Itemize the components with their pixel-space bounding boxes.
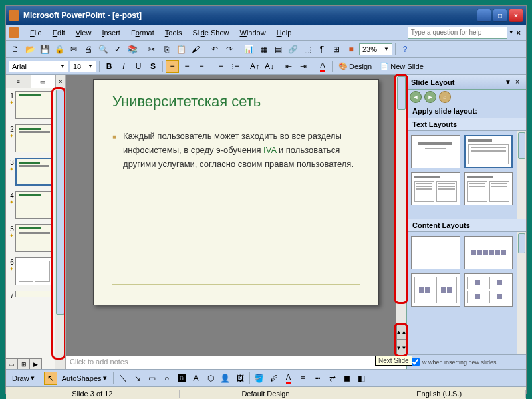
hyperlink-icon[interactable]: 🔗 bbox=[286, 43, 299, 56]
undo-icon[interactable]: ↶ bbox=[208, 43, 221, 56]
font-combo[interactable]: Arial▼ bbox=[9, 61, 68, 72]
increase-indent-icon[interactable]: ⇥ bbox=[297, 60, 310, 73]
layout-title-only[interactable] bbox=[411, 135, 460, 168]
font-size-combo[interactable]: 18▼ bbox=[70, 61, 96, 72]
print-icon[interactable]: 🖨 bbox=[82, 43, 95, 56]
table-icon[interactable]: ▦ bbox=[257, 43, 270, 56]
shadow-style-icon[interactable]: ◼ bbox=[340, 372, 354, 385]
dash-style-icon[interactable]: ┅ bbox=[311, 372, 325, 385]
shadow-icon[interactable]: S bbox=[146, 60, 160, 73]
thumbnail-4[interactable]: 4✦ bbox=[7, 191, 53, 219]
cut-icon[interactable]: ✂ bbox=[145, 43, 158, 56]
arrow-style-icon[interactable]: ⇄ bbox=[326, 372, 339, 385]
textbox-icon[interactable]: 🅰 bbox=[175, 372, 188, 385]
italic-icon[interactable]: I bbox=[117, 60, 130, 73]
thumbnail-3[interactable]: 3✦ bbox=[7, 158, 53, 186]
3d-style-icon[interactable]: ◧ bbox=[355, 372, 368, 385]
line-style-icon[interactable]: ≡ bbox=[297, 372, 310, 385]
notes-input[interactable]: Click to add notes bbox=[66, 356, 406, 369]
arrow-icon[interactable]: ↘ bbox=[131, 372, 144, 385]
decrease-indent-icon[interactable]: ⇤ bbox=[282, 60, 295, 73]
picture-icon[interactable]: 🖼 bbox=[233, 372, 247, 385]
slide-canvas[interactable]: Университетская сеть Каждый пользователь… bbox=[93, 79, 379, 305]
thumbnail-list[interactable]: 1✦ 2✦ 3✦ 4✦ 5✦ 6✦ 7 bbox=[6, 88, 55, 369]
font-color-icon[interactable]: A bbox=[316, 60, 329, 73]
menu-window[interactable]: Window bbox=[235, 27, 271, 38]
doc-close-button[interactable]: × bbox=[517, 29, 521, 37]
select-icon[interactable]: ↖ bbox=[44, 372, 57, 385]
layout-scrollbar[interactable] bbox=[517, 131, 526, 219]
help-icon[interactable]: ? bbox=[398, 43, 412, 56]
close-button[interactable]: × bbox=[509, 9, 523, 22]
save-icon[interactable]: 💾 bbox=[38, 43, 51, 56]
layout-two-col-text[interactable] bbox=[411, 172, 460, 205]
paste-icon[interactable]: 📋 bbox=[174, 43, 188, 56]
diagram-icon[interactable]: ⬡ bbox=[204, 372, 217, 385]
help-search-input[interactable] bbox=[408, 27, 507, 39]
zoom-combo[interactable]: 23%▼ bbox=[359, 43, 392, 55]
slideshow-view-icon[interactable]: ▶ bbox=[30, 359, 42, 369]
sorter-view-icon[interactable]: ⊞ bbox=[18, 359, 30, 369]
layout-blank[interactable] bbox=[411, 236, 460, 269]
line-icon[interactable]: ＼ bbox=[116, 372, 130, 385]
wordart-icon[interactable]: A bbox=[190, 372, 203, 385]
decrease-font-icon[interactable]: A↓ bbox=[263, 60, 276, 73]
bullets-icon[interactable]: ⁝≡ bbox=[229, 60, 242, 73]
preview-icon[interactable]: 🔍 bbox=[96, 43, 110, 56]
spelling-icon[interactable]: ✓ bbox=[111, 43, 124, 56]
line-color-icon[interactable]: 🖊 bbox=[267, 372, 281, 385]
menu-insert[interactable]: Insert bbox=[96, 27, 126, 38]
open-icon[interactable]: 📂 bbox=[23, 43, 37, 56]
content-layout-scrollbar[interactable] bbox=[517, 232, 526, 354]
maximize-button[interactable]: □ bbox=[493, 9, 507, 22]
show-formatting-icon[interactable]: ¶ bbox=[315, 43, 329, 56]
thumbnail-7[interactable]: 7 bbox=[7, 291, 53, 299]
oval-icon[interactable]: ○ bbox=[160, 372, 174, 385]
grid-icon[interactable]: ⊞ bbox=[330, 43, 343, 56]
task-home-icon[interactable]: ⌂ bbox=[439, 91, 451, 103]
menu-slideshow[interactable]: Slide Show bbox=[187, 27, 234, 38]
layout-two-content[interactable] bbox=[411, 273, 460, 307]
layout-two-col-bullets[interactable] bbox=[464, 172, 513, 205]
color-icon[interactable]: ■ bbox=[344, 43, 358, 56]
new-icon[interactable]: 🗋 bbox=[9, 43, 22, 56]
new-slide-button[interactable]: 📄New Slide bbox=[376, 60, 427, 73]
fill-color-icon[interactable]: 🪣 bbox=[253, 372, 266, 385]
layout-four-content[interactable] bbox=[464, 273, 513, 307]
minimize-button[interactable]: _ bbox=[477, 9, 491, 22]
task-back-icon[interactable]: ◄ bbox=[410, 91, 422, 103]
align-right-icon[interactable]: ≡ bbox=[195, 60, 208, 73]
thumbnail-6[interactable]: 6✦ bbox=[7, 257, 53, 285]
normal-view-icon[interactable]: ▭ bbox=[6, 359, 18, 369]
align-center-icon[interactable]: ≡ bbox=[180, 60, 194, 73]
thumbnail-2[interactable]: 2✦ bbox=[7, 124, 53, 152]
slide-link-iva[interactable]: IVA bbox=[263, 145, 276, 155]
draw-menu[interactable]: Draw ▾ bbox=[9, 372, 38, 385]
menu-help[interactable]: Help bbox=[271, 27, 297, 38]
tab-slides[interactable]: ▭ bbox=[31, 75, 57, 88]
prev-slide-button[interactable]: ▲▲ bbox=[396, 324, 406, 340]
chart-icon[interactable]: 📊 bbox=[242, 43, 255, 56]
show-when-inserting-checkbox[interactable] bbox=[411, 358, 420, 366]
help-dropdown-icon[interactable]: ▼ bbox=[509, 29, 514, 35]
menu-view[interactable]: View bbox=[70, 27, 97, 38]
tab-outline[interactable]: ≡ bbox=[6, 75, 31, 88]
numbering-icon[interactable]: ≡ bbox=[214, 60, 227, 73]
research-icon[interactable]: 📚 bbox=[126, 43, 139, 56]
thumbnail-scrollbar[interactable] bbox=[55, 88, 65, 369]
menu-format[interactable]: Format bbox=[126, 27, 160, 38]
thumbnail-5[interactable]: 5✦ bbox=[7, 224, 53, 252]
thumb-tabs-close[interactable]: × bbox=[56, 75, 65, 88]
task-forward-icon[interactable]: ► bbox=[424, 91, 436, 103]
menu-tools[interactable]: Tools bbox=[160, 27, 188, 38]
menu-file[interactable]: File bbox=[25, 27, 47, 38]
rectangle-icon[interactable]: ▭ bbox=[146, 372, 159, 385]
menu-edit[interactable]: Edit bbox=[47, 27, 70, 38]
tables-borders-icon[interactable]: ▤ bbox=[271, 43, 285, 56]
next-slide-button[interactable]: ▼▼ bbox=[396, 340, 406, 356]
design-button[interactable]: 🎨Design bbox=[335, 60, 375, 73]
underline-icon[interactable]: U bbox=[132, 60, 145, 73]
font-color-draw-icon[interactable]: A bbox=[282, 372, 295, 385]
slide-scrollbar[interactable]: ▲▲ ▼▼ bbox=[396, 75, 406, 356]
clipart-icon[interactable]: 👤 bbox=[219, 372, 232, 385]
